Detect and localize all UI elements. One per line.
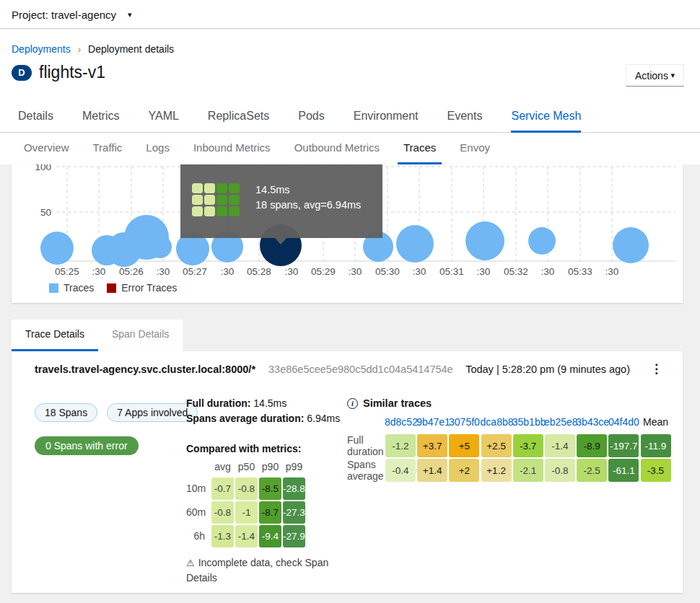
metric-heat-cell: -0.8: [211, 501, 234, 524]
similar-heat-cell: -61.1: [608, 459, 639, 482]
row-label-6h: 6h: [186, 524, 211, 548]
similar-traces-title-row: i Similar traces: [347, 397, 432, 409]
similar-heat-cell-wrap: -11.9: [640, 433, 672, 458]
metric-heat-cell: -9.4: [259, 525, 281, 547]
metric-heat-cell-wrap: -9.4: [258, 524, 282, 548]
similar-heat-cell-wrap: -1.2: [385, 433, 416, 458]
svg-text:05:25: 05:25: [55, 266, 79, 277]
row-label-60m: 60m: [186, 501, 211, 524]
similar-trace-link-dca8b8[interactable]: dca8b8: [481, 415, 512, 433]
tab-traffic[interactable]: Traffic: [87, 133, 128, 164]
tab-metrics[interactable]: Metrics: [82, 101, 120, 133]
trace-point[interactable]: [40, 232, 74, 265]
tab-replicasets[interactable]: ReplicaSets: [208, 101, 269, 133]
tab-trace-details[interactable]: Trace Details: [12, 320, 98, 351]
similar-heat-cell: -0.8: [545, 459, 575, 482]
similar-trace-link-3075f0[interactable]: 3075f0: [448, 415, 480, 433]
similar-heat-cell-wrap: +3.7: [416, 433, 448, 458]
breadcrumb-current: Deployment details: [88, 43, 174, 55]
legend-label: Traces: [64, 282, 94, 294]
tab-span-details[interactable]: Span Details: [98, 320, 183, 351]
similar-heat-cell: -8.9: [577, 434, 607, 457]
service-mesh-subtabs: OverviewTrafficLogsInbound MetricsOutbou…: [0, 133, 700, 164]
trace-point[interactable]: [149, 235, 172, 258]
similar-heat-cell-wrap: -2.5: [576, 458, 608, 483]
tab-traces[interactable]: Traces: [398, 133, 442, 164]
page-title: flights-v1: [39, 63, 105, 82]
tab-yaml[interactable]: YAML: [148, 101, 178, 133]
similar-trace-link-3b43ce[interactable]: 3b43ce: [576, 415, 608, 433]
tab-overview[interactable]: Overview: [18, 133, 75, 164]
similar-heat-cell: -2.1: [513, 459, 543, 482]
similar-heat-cell-wrap: +5: [448, 433, 480, 458]
tab-trace-details-label: Trace Details: [25, 328, 84, 340]
tab-details[interactable]: Details: [18, 101, 53, 133]
metric-heat-cell: -27.9: [283, 525, 305, 547]
metric-heat-cell: -8.5: [259, 477, 281, 500]
full-duration-line: Full duration: 14.5ms: [186, 397, 286, 409]
metric-heat-cell-wrap: -1.3: [211, 524, 235, 548]
similar-heat-cell-wrap: -1.4: [544, 433, 576, 458]
similar-trace-link-eb25e8[interactable]: eb25e8: [544, 415, 576, 433]
actions-button[interactable]: Actions ▾: [626, 64, 684, 87]
svg-text:05:27: 05:27: [183, 266, 207, 277]
apps-involved-badge[interactable]: 7 Apps involved: [107, 403, 198, 422]
similar-heat-cell: -3.7: [513, 434, 543, 457]
tab-envoy[interactable]: Envoy: [454, 133, 496, 164]
metric-heat-cell: -8.7: [259, 501, 281, 524]
trace-point[interactable]: [613, 227, 649, 263]
tooltip-detail: 18 spans, avg=6.94ms: [255, 198, 361, 213]
legend-error-traces[interactable]: Error Traces: [107, 282, 177, 294]
tab-logs[interactable]: Logs: [140, 133, 175, 164]
svg-text::30: :30: [413, 266, 426, 277]
similar-traces-title: Similar traces: [363, 397, 432, 409]
span-heat-cell: [192, 183, 203, 193]
trace-point[interactable]: [396, 225, 434, 263]
similar-heat-cell: +2: [449, 459, 479, 482]
metric-heat-cell-wrap: -27.9: [282, 524, 306, 548]
spans-error-badge[interactable]: 0 Spans with error: [35, 436, 139, 455]
similar-trace-link-8d8c52[interactable]: 8d8c52: [385, 415, 416, 433]
similar-heat-cell: +2.5: [481, 434, 512, 457]
top-bar: Project: travel-agency ▾: [0, 0, 700, 29]
tab-events[interactable]: Events: [447, 101, 483, 133]
span-heat-cell: [216, 195, 227, 205]
svg-text:05:26: 05:26: [119, 266, 144, 277]
similar-heat-cell-wrap: -61.1: [608, 458, 639, 483]
tab-outbound-metrics[interactable]: Outbound Metrics: [289, 133, 385, 164]
metric-heat-cell: -1.3: [211, 525, 234, 547]
breadcrumb-link-deployments[interactable]: Deployments: [12, 43, 71, 55]
similar-trace-link-04f4d0[interactable]: 04f4d0: [608, 415, 639, 433]
legend-traces[interactable]: Traces: [49, 282, 94, 294]
tooltip-duration: 14.5ms: [255, 182, 361, 198]
trace-point[interactable]: [465, 221, 504, 260]
span-heat-cell: [229, 195, 240, 205]
similar-trace-link-35b1bb[interactable]: 35b1bb: [512, 415, 544, 433]
svg-text::30: :30: [221, 266, 235, 277]
row-label-full-duration: Full duration: [336, 433, 385, 458]
svg-text:05:32: 05:32: [504, 266, 528, 277]
project-selector[interactable]: Project: travel-agency ▾: [12, 0, 132, 29]
svg-text:05:29: 05:29: [311, 266, 336, 277]
tab-environment[interactable]: Environment: [354, 101, 419, 133]
spans-count-badge[interactable]: 18 Spans: [35, 403, 97, 422]
trace-panel-tabs: Trace Details Span Details: [12, 320, 183, 351]
legend-swatch-icon: [107, 283, 116, 293]
similar-trace-link-9b47e1[interactable]: 9b47e1: [416, 415, 448, 433]
tab-inbound-metrics[interactable]: Inbound Metrics: [188, 133, 276, 164]
metric-heat-cell-wrap: -8.5: [258, 477, 282, 501]
spans-average-value: 6.94ms: [304, 413, 340, 424]
metric-heat-cell: -1: [235, 501, 258, 524]
tooltip-span-heatmap: [192, 183, 240, 216]
kebab-menu-icon[interactable]: ⋮: [650, 361, 662, 377]
metric-heat-cell-wrap: -27.3: [282, 501, 306, 524]
tab-service-mesh[interactable]: Service Mesh: [511, 101, 581, 133]
svg-text::30: :30: [541, 266, 555, 277]
trace-point[interactable]: [528, 227, 556, 255]
tab-pods[interactable]: Pods: [298, 101, 324, 133]
chart-legend: TracesError Traces: [49, 282, 177, 294]
compared-with-metrics-label: Compared with metrics:: [186, 443, 301, 454]
span-heat-cell: [204, 195, 215, 205]
trace-header-row: travels.travel-agency.svc.cluster.local:…: [35, 361, 662, 377]
chevron-down-icon: ▾: [128, 10, 132, 19]
